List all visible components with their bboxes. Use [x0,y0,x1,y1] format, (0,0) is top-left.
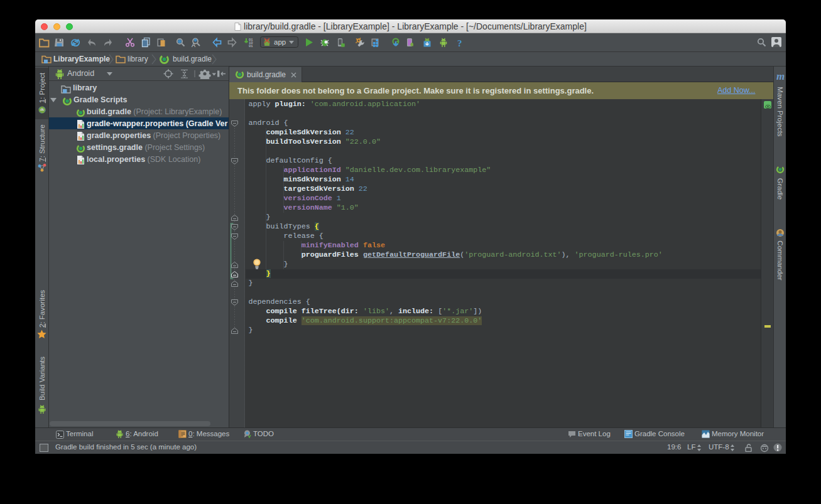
svg-text:01: 01 [249,44,253,48]
svg-text:?: ? [457,38,462,48]
svg-text:A: A [192,42,195,48]
svg-text:app: app [274,38,286,46]
